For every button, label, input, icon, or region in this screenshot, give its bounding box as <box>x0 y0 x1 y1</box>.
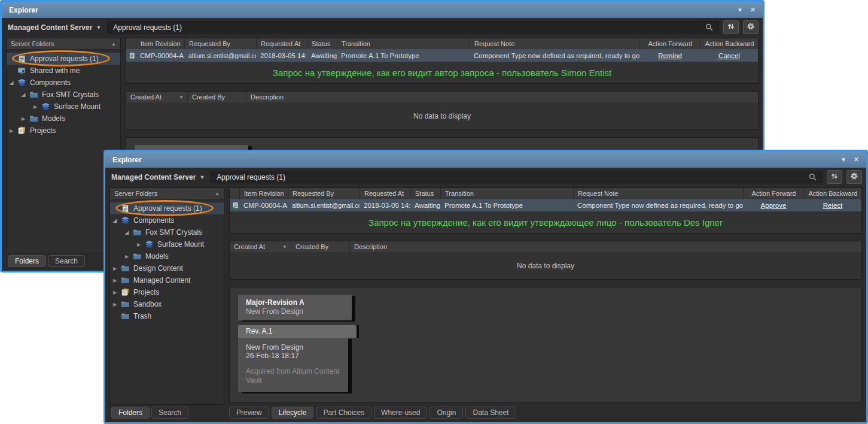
lifecycle-state-card-body[interactable]: New From Design 26-Feb-18 18:17 Acquired… <box>238 338 348 392</box>
search-icon[interactable] <box>809 173 817 181</box>
column-header-status[interactable]: Status <box>307 38 337 49</box>
table-row[interactable]: CMP-00004-A.1 altium.si.entist@gmail.com… <box>126 49 758 62</box>
action-backward-link[interactable]: Cancel <box>718 52 740 59</box>
breadcrumb-bar[interactable]: Approval requests (1) <box>211 171 823 183</box>
components-icon <box>40 102 51 111</box>
tab-origin[interactable]: Origin <box>430 407 463 419</box>
column-header-transition[interactable]: Transition <box>337 38 470 49</box>
titlebar[interactable]: Explorer ▾ ✕ <box>2 2 763 18</box>
close-icon[interactable]: ✕ <box>854 156 859 163</box>
panel-menu-icon[interactable]: ▾ <box>738 7 742 13</box>
close-icon[interactable]: ✕ <box>750 7 756 13</box>
expanded-arrow-icon[interactable]: ◢ <box>19 92 28 98</box>
action-forward-link[interactable]: Remind <box>658 52 682 59</box>
sidebar-item-trash[interactable]: Trash <box>110 310 224 322</box>
sidebar-item-managed-content[interactable]: ▶ Managed Content <box>110 274 224 286</box>
column-header-request-note[interactable]: Request Note <box>470 38 639 49</box>
column-header-item-revision[interactable]: Item Revision <box>136 38 184 49</box>
tab-folders[interactable]: Folders <box>8 255 46 267</box>
sidebar-item-sandbox[interactable]: ▶ Sandbox <box>110 298 224 310</box>
column-header-requested-at[interactable]: Requested At <box>256 38 307 49</box>
tab-search[interactable]: Search <box>48 255 85 267</box>
panel-menu-icon[interactable]: ▾ <box>842 156 845 163</box>
column-header-transition[interactable]: Transition <box>440 188 573 199</box>
collapsed-arrow-icon[interactable]: ▶ <box>122 254 132 259</box>
table-row[interactable]: CMP-00004-A.1 altium.si.entist@gmail.com… <box>230 199 861 211</box>
action-forward-link[interactable]: Approve <box>761 202 787 209</box>
sync-button[interactable] <box>827 170 842 184</box>
collapsed-arrow-icon[interactable]: ▶ <box>7 128 16 134</box>
search-icon[interactable] <box>705 23 713 31</box>
collapse-panel-icon[interactable]: ▲ <box>215 191 220 196</box>
sort-dropdown-icon[interactable]: ▼ <box>179 95 184 100</box>
column-header-request-note[interactable]: Request Note <box>573 188 743 199</box>
collapsed-arrow-icon[interactable]: ▶ <box>110 266 120 271</box>
sidebar-item-fox-smt-crystals[interactable]: ◢ Fox SMT Crystals <box>7 89 120 101</box>
tab-data-sheet[interactable]: Data Sheet <box>465 407 516 419</box>
column-header-action-forward[interactable]: Action Forward <box>743 188 804 199</box>
lifecycle-state-card-header[interactable]: Rev. A.1 <box>238 325 357 338</box>
sidebar-item-surface-mount[interactable]: ▶ Surface Mount <box>7 101 120 113</box>
sidebar-item-design-content[interactable]: ▶ Design Content <box>110 262 224 274</box>
sort-dropdown-icon[interactable]: ▼ <box>282 244 287 250</box>
tab-preview[interactable]: Preview <box>229 407 269 419</box>
breadcrumb-bar[interactable]: Approval requests (1) <box>107 21 719 34</box>
sidebar-header[interactable]: Server Folders ▲ <box>110 188 224 199</box>
cell-requested-by: altium.si.entist@gmail.com <box>288 199 360 211</box>
sidebar-item-shared-with-me[interactable]: Shared with me <box>7 65 120 77</box>
expanded-arrow-icon[interactable]: ◢ <box>110 217 120 223</box>
column-header-action-forward[interactable]: Action Forward <box>639 38 701 49</box>
sidebar-item-label: Managed Content <box>133 276 190 284</box>
column-header-created-at[interactable]: Created At ▼ <box>230 241 291 252</box>
action-backward-link[interactable]: Reject <box>823 202 843 209</box>
tab-where-used[interactable]: Where-used <box>374 407 427 419</box>
expanded-arrow-icon[interactable]: ◢ <box>7 80 16 86</box>
sidebar-item-approval-requests[interactable]: Approval requests (1) <box>110 202 224 214</box>
column-header-created-at[interactable]: Created At ▼ <box>126 92 187 102</box>
tab-search[interactable]: Search <box>151 407 188 419</box>
column-header-action-backward[interactable]: Action Backward <box>701 38 758 49</box>
sidebar-header[interactable]: Server Folders ▲ <box>7 38 120 50</box>
column-header-description[interactable]: Description <box>246 92 758 102</box>
titlebar[interactable]: Explorer ▾ ✕ <box>105 152 866 168</box>
history-table: Created At ▼ Created By Description No d… <box>126 91 759 130</box>
approval-requests-icon <box>16 54 28 63</box>
collapse-panel-icon[interactable]: ▲ <box>111 41 116 47</box>
server-selector-button[interactable]: Managed Content Server ▼ <box>109 173 206 181</box>
column-header-requested-by[interactable]: Requested By <box>288 188 360 199</box>
lifecycle-revision-card[interactable]: Major-Revision A New From Design <box>238 295 352 320</box>
column-header-item-revision[interactable]: Item Revision <box>239 188 288 199</box>
server-selector-button[interactable]: Managed Content Server ▼ <box>6 23 103 32</box>
expanded-arrow-icon[interactable]: ◢ <box>122 229 132 235</box>
column-header-requested-by[interactable]: Requested By <box>184 38 256 49</box>
sidebar-item-components[interactable]: ◢ Components <box>7 77 120 89</box>
collapsed-arrow-icon[interactable]: ▶ <box>134 242 144 247</box>
settings-button[interactable] <box>743 20 759 34</box>
sidebar-item-components[interactable]: ◢ Components <box>110 214 224 226</box>
column-header-created-by[interactable]: Created By <box>291 241 349 252</box>
sidebar-item-surface-mount[interactable]: ▶ Surface Mount <box>110 238 224 250</box>
sidebar-item-projects[interactable]: ▶ Projects <box>110 286 224 298</box>
sidebar-item-models[interactable]: ▶ Models <box>110 250 224 262</box>
column-header-action-backward[interactable]: Action Backward <box>804 188 861 199</box>
collapsed-arrow-icon[interactable]: ▶ <box>110 290 120 295</box>
column-header-created-by[interactable]: Created By <box>187 92 246 102</box>
tab-folders[interactable]: Folders <box>111 407 150 419</box>
sidebar-item-approval-requests[interactable]: Approval requests (1) <box>7 53 120 65</box>
sidebar-item-label: Projects <box>133 288 159 296</box>
sidebar-item-label: Components <box>30 78 71 87</box>
collapsed-arrow-icon[interactable]: ▶ <box>110 302 120 307</box>
sidebar-item-projects[interactable]: ▶ Projects <box>7 125 120 137</box>
column-header-status[interactable]: Status <box>410 188 440 199</box>
collapsed-arrow-icon[interactable]: ▶ <box>31 104 40 110</box>
collapsed-arrow-icon[interactable]: ▶ <box>110 278 120 283</box>
tab-part-choices[interactable]: Part Choices <box>316 407 371 419</box>
sidebar-item-fox-smt-crystals[interactable]: ◢ Fox SMT Crystals <box>110 226 224 238</box>
tab-lifecycle[interactable]: Lifecycle <box>272 407 314 419</box>
column-header-requested-at[interactable]: Requested At <box>360 188 410 199</box>
column-header-description[interactable]: Description <box>349 241 861 252</box>
sidebar-item-models[interactable]: ▶ Models <box>7 113 120 125</box>
settings-button[interactable] <box>846 170 862 184</box>
collapsed-arrow-icon[interactable]: ▶ <box>19 116 28 122</box>
sync-button[interactable] <box>723 20 739 34</box>
